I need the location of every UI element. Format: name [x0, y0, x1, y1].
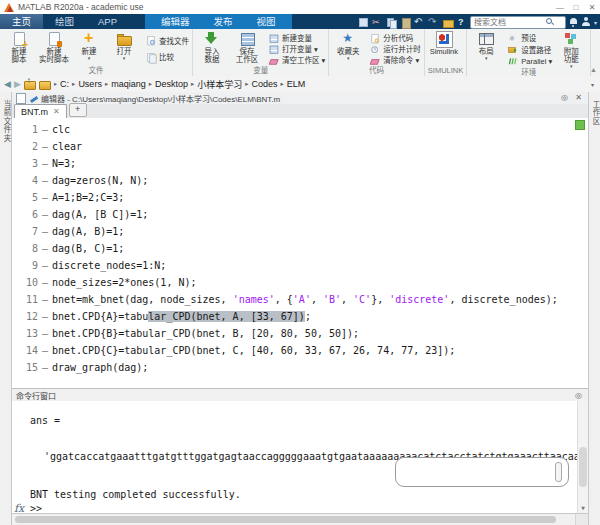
code-text: dag=zeros(N, N); [52, 172, 148, 189]
code-line[interactable]: 9–discrete_nodes=1:N; [12, 257, 588, 274]
new-tab-button[interactable]: + [69, 103, 87, 117]
undo-icon[interactable] [414, 17, 425, 28]
breadcrumb-item[interactable]: Users [78, 79, 102, 89]
ribbon-tab[interactable]: 绘图 [43, 14, 86, 29]
current-folder-collapsed-panel[interactable]: 当前文件夹 [0, 92, 12, 525]
breadcrumb-item[interactable]: ELM [287, 79, 306, 89]
paste-icon[interactable] [400, 17, 411, 28]
code-line[interactable]: 10–node_sizes=2*ones(1, N); [12, 274, 588, 291]
ribbon-item-parallel[interactable]: Parallel ▾ [505, 56, 552, 66]
ribbon-toolbar: 新建 脚本新建 实时脚本新建▾打开▾查找文件比较文件导入 数据保存 工作区新建变… [0, 29, 600, 77]
ribbon-tab[interactable]: 主页 [0, 14, 43, 29]
horizontal-scrollbar[interactable] [12, 513, 588, 525]
notifications-bell-icon[interactable] [569, 17, 578, 27]
breadcrumb-item[interactable]: C: [60, 79, 69, 89]
ribbon-context-tab[interactable]: 编辑器 [149, 14, 202, 29]
code-line[interactable]: 2–clear [12, 138, 588, 155]
ribbon-item-table[interactable]: 打开变量 ▾ [266, 44, 325, 54]
ribbon-item-layout[interactable]: 布局▾ [470, 31, 502, 68]
scroll-down-arrow-icon[interactable]: ▼ [578, 503, 588, 513]
breadcrumb-item[interactable]: Desktop [155, 79, 188, 89]
ribbon-item-open[interactable]: 打开▾ [108, 31, 140, 66]
cut-icon[interactable] [372, 17, 383, 28]
user-menu-chevron-icon[interactable]: ▾ [594, 19, 597, 26]
code-line[interactable]: 6–dag(A, [B C])=1; [12, 206, 588, 223]
code-line[interactable]: 11–bnet=mk_bnet(dag, node_sizes, 'names'… [12, 291, 588, 308]
help-icon[interactable] [456, 17, 467, 28]
ribbon-item-table[interactable]: 新建变量 [266, 33, 325, 43]
command-window-vscrollbar[interactable]: ▼ [577, 401, 588, 513]
user-account-icon[interactable] [581, 17, 591, 27]
editor-panel-close-icon[interactable]: ✕ [573, 92, 584, 104]
vscrollbar-thumb[interactable] [579, 447, 587, 487]
maximize-button[interactable]: □ [568, 1, 584, 14]
ribbon-item-clear[interactable]: 清除命令 ▾ [367, 55, 421, 65]
breadcrumb-item[interactable]: maqiang [111, 79, 146, 89]
code-line[interactable]: 4–dag=zeros(N, N); [12, 172, 588, 189]
ribbon-item-live-script[interactable]: 新建 实时脚本 [38, 31, 70, 66]
code-line[interactable]: 8–dag(B, C)=1; [12, 240, 588, 257]
folder-up-icon[interactable] [24, 79, 36, 89]
redo-icon[interactable] [428, 17, 439, 28]
code-token: , { [275, 294, 293, 305]
code-line[interactable]: 1–clc [12, 121, 588, 138]
ribbon-item-compare[interactable]: 比较 [143, 52, 189, 62]
table-icon [268, 44, 277, 53]
code-line[interactable]: 12–bnet.CPD{A}=tabular_CPD(bnet, A, [33,… [12, 308, 588, 325]
search-icon[interactable] [546, 18, 554, 26]
save-icon[interactable] [358, 17, 369, 28]
ribbon-item-addons[interactable]: 附加 功能▾ [555, 31, 587, 68]
ribbon-item-new[interactable]: 新建▾ [73, 31, 105, 66]
ribbon-item-new-script[interactable]: 新建 脚本 [3, 31, 35, 66]
chevron-right-icon: ▸ [191, 80, 194, 88]
doc-search-box[interactable] [470, 16, 566, 29]
ribbon-tab[interactable]: APP [86, 14, 129, 29]
breadcrumb-item[interactable]: Codes [252, 79, 278, 89]
line-number: 5 [12, 189, 38, 206]
folder-icon[interactable] [442, 17, 453, 28]
ribbon-context-tab[interactable]: 发布 [202, 14, 245, 29]
chevron-down-icon: ▾ [88, 56, 91, 60]
breadcrumb-item[interactable]: 小样本学习 [197, 78, 242, 91]
browse-folder-icon[interactable] [39, 79, 51, 89]
code-line[interactable]: 7–dag(A, B)=1; [12, 223, 588, 240]
close-button[interactable]: ✕ [584, 1, 600, 14]
ribbon-item-pref[interactable]: 预设 [505, 33, 552, 43]
code-line[interactable]: 13–bnet.CPD{B}=tabular_CPD(bnet, B, [20,… [12, 325, 588, 342]
command-window[interactable]: ans = 'ggatcaccatgaaatttgatgtttggatgagta… [12, 401, 588, 513]
forward-icon[interactable]: ▶ [14, 77, 21, 91]
hscrollbar-thumb[interactable] [15, 516, 556, 523]
file-tab-bnt[interactable]: BNT.m ✕ [14, 104, 67, 119]
code-line[interactable]: 15–draw_graph(dag); [12, 359, 588, 376]
ribbon-item-path[interactable]: 设置路径 [505, 44, 552, 54]
editor-panel-restore-icon[interactable]: ◎ [559, 92, 570, 104]
doc-search-input[interactable] [474, 18, 544, 27]
ribbon-item-find-files[interactable]: 查找文件 [143, 35, 189, 45]
code-line[interactable]: 3–N=3; [12, 155, 588, 172]
code-line[interactable]: 5–A=1;B=2;C=3; [12, 189, 588, 206]
ribbon-item-save-ws[interactable]: 保存 工作区 [231, 31, 263, 66]
ribbon-context-tab[interactable]: 视图 [245, 14, 288, 29]
code-text: N=3; [52, 155, 76, 172]
copy-icon[interactable] [386, 17, 397, 28]
ribbon-item-help[interactable]: 帮助▾ [594, 31, 600, 66]
code-line[interactable]: 14–bnet.CPD{C}=tabular_CPD(bnet, C, [40,… [12, 342, 588, 359]
command-window-restore-icon[interactable]: ◎ [573, 390, 584, 402]
command-prompt[interactable]: >> [30, 503, 42, 513]
tab-close-icon[interactable]: ✕ [53, 107, 60, 116]
ribbon-item-import[interactable]: 导入 数据 [196, 31, 228, 66]
minimize-button[interactable]: — [552, 1, 568, 14]
ribbon-item-analyze[interactable]: 分析代码 [367, 33, 421, 43]
code-editor[interactable]: 1–clc2–clear3–N=3;4–dag=zeros(N, N);5–A=… [12, 118, 588, 388]
ribbon-item-fav[interactable]: 收藏夹▾ [332, 31, 364, 66]
ribbon-item-simulink[interactable]: Simulink [428, 31, 460, 66]
code-analyzer-indicator[interactable] [575, 120, 585, 130]
fx-icon[interactable]: fx [14, 502, 24, 513]
overlay-scrollbar-thumb[interactable] [555, 462, 562, 482]
ribbon-item-runtime[interactable]: 运行并计时 [367, 44, 421, 54]
ribbon-item-clear[interactable]: 清空工作区 ▾ [266, 55, 325, 65]
ribbon-item-label: 附加 功能 [564, 48, 579, 64]
address-dropdown-icon[interactable]: ▾ [591, 81, 594, 88]
workspace-collapsed-panel[interactable]: 工作区 [588, 92, 600, 525]
back-icon[interactable]: ◀ [4, 77, 11, 91]
